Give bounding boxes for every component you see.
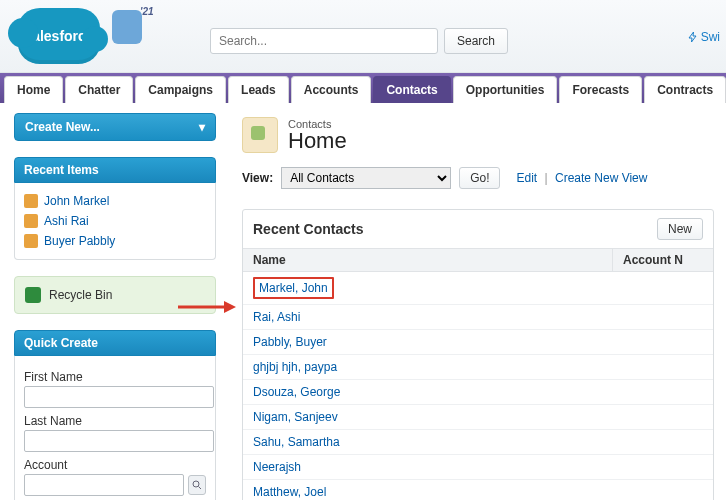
tab-contracts[interactable]: Contracts: [644, 76, 726, 103]
logo-text: salesforce: [24, 28, 93, 44]
switcher-link[interactable]: Swi: [687, 30, 720, 44]
contacts-icon: [242, 117, 278, 153]
svg-point-0: [193, 481, 199, 487]
tab-campaigns[interactable]: Campaigns: [135, 76, 226, 103]
recent-item: Ashi Rai: [24, 211, 206, 231]
qc-last-name-label: Last Name: [24, 414, 206, 428]
table-row: Neerajsh: [243, 455, 713, 480]
recent-item-link[interactable]: Ashi Rai: [44, 214, 89, 228]
nav-tabs: HomeChatterCampaignsLeadsAccountsContact…: [0, 73, 726, 103]
contact-link[interactable]: Rai, Ashi: [253, 310, 300, 324]
table-row: Nigam, Sanjeev: [243, 405, 713, 430]
tab-accounts[interactable]: Accounts: [291, 76, 372, 103]
recent-contacts-panel: Recent Contacts New Name Account N Marke…: [242, 209, 714, 500]
contact-link[interactable]: Pabbly, Buyer: [253, 335, 327, 349]
main-content: Contacts Home View: All Contacts Go! Edi…: [226, 103, 726, 500]
recent-items-header: Recent Items: [14, 157, 216, 183]
contact-link[interactable]: Dsouza, George: [253, 385, 340, 399]
col-account: Account N: [613, 249, 714, 272]
recent-item: Buyer Pabbly: [24, 231, 206, 251]
contact-link[interactable]: ghjbj hjh, paypa: [253, 360, 337, 374]
qc-first-name-label: First Name: [24, 370, 206, 384]
contact-link[interactable]: Neerajsh: [253, 460, 301, 474]
contact-icon: [24, 214, 38, 228]
new-contact-button[interactable]: New: [657, 218, 703, 240]
lookup-icon[interactable]: [188, 475, 206, 495]
quick-create-box: First Name Last Name Account: [14, 356, 216, 500]
table-row: ghjbj hjh, paypa: [243, 355, 713, 380]
tab-home[interactable]: Home: [4, 76, 63, 103]
contact-icon: [24, 234, 38, 248]
qc-last-name-input[interactable]: [24, 430, 214, 452]
lightning-icon: [687, 31, 699, 43]
recycle-bin-link[interactable]: Recycle Bin: [14, 276, 216, 314]
contact-link[interactable]: Markel, John: [253, 277, 334, 299]
salesforce-logo: salesforce: [18, 8, 100, 64]
recent-contacts-title: Recent Contacts: [253, 221, 363, 237]
release-year: '21: [140, 6, 154, 17]
recycle-icon: [25, 287, 41, 303]
qc-first-name-input[interactable]: [24, 386, 214, 408]
create-new-menu[interactable]: Create New... ▾: [14, 113, 216, 141]
contact-link[interactable]: Nigam, Sanjeev: [253, 410, 338, 424]
table-row: Pabbly, Buyer: [243, 330, 713, 355]
table-row: Markel, John: [243, 272, 713, 305]
search-input[interactable]: [210, 28, 438, 54]
quick-create-header: Quick Create: [14, 330, 216, 356]
recent-items-box: John MarkelAshi RaiBuyer Pabbly: [14, 183, 216, 260]
table-row: Sahu, Samartha: [243, 430, 713, 455]
sidebar: Create New... ▾ Recent Items John Markel…: [0, 103, 226, 500]
contact-link[interactable]: Matthew, Joel: [253, 485, 326, 499]
recent-contacts-table: Name Account N Markel, JohnRai, AshiPabb…: [243, 248, 713, 500]
col-name: Name: [243, 249, 613, 272]
mascot-icon: [112, 10, 142, 44]
tab-leads[interactable]: Leads: [228, 76, 289, 103]
page-title: Home: [288, 130, 347, 152]
tab-opportunities[interactable]: Opportunities: [453, 76, 558, 103]
recent-item-link[interactable]: John Markel: [44, 194, 109, 208]
recent-item-link[interactable]: Buyer Pabbly: [44, 234, 115, 248]
go-button[interactable]: Go!: [459, 167, 500, 189]
edit-view-link[interactable]: Edit: [516, 171, 537, 185]
contact-link[interactable]: Sahu, Samartha: [253, 435, 340, 449]
tab-chatter[interactable]: Chatter: [65, 76, 133, 103]
recent-item: John Markel: [24, 191, 206, 211]
chevron-down-icon: ▾: [199, 120, 205, 134]
tab-contacts[interactable]: Contacts: [373, 76, 450, 103]
global-search: Search: [210, 28, 508, 54]
search-button[interactable]: Search: [444, 28, 508, 54]
view-controls: View: All Contacts Go! Edit | Create New…: [242, 167, 726, 189]
contact-icon: [24, 194, 38, 208]
qc-account-label: Account: [24, 458, 206, 472]
qc-account-input[interactable]: [24, 474, 184, 496]
table-row: Rai, Ashi: [243, 305, 713, 330]
app-header: salesforce '21 Search Swi: [0, 0, 726, 73]
view-label: View:: [242, 171, 273, 185]
tab-forecasts[interactable]: Forecasts: [559, 76, 642, 103]
table-row: Matthew, Joel: [243, 480, 713, 501]
create-view-link[interactable]: Create New View: [555, 171, 647, 185]
table-row: Dsouza, George: [243, 380, 713, 405]
svg-line-1: [199, 487, 202, 490]
view-select[interactable]: All Contacts: [281, 167, 451, 189]
